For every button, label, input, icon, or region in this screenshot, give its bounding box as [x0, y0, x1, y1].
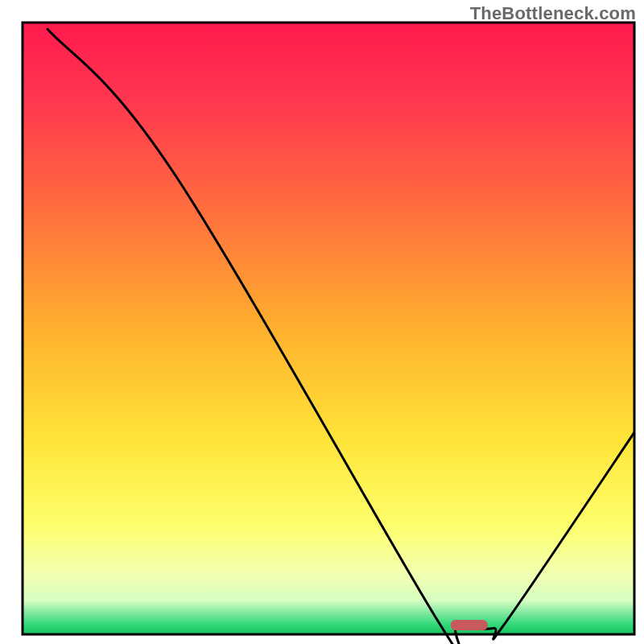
optimal-marker [451, 620, 488, 630]
bottleneck-chart: TheBottleneck.com [0, 0, 644, 644]
attribution-label: TheBottleneck.com [470, 3, 636, 24]
plot-background [23, 23, 634, 634]
chart-svg [0, 0, 644, 644]
